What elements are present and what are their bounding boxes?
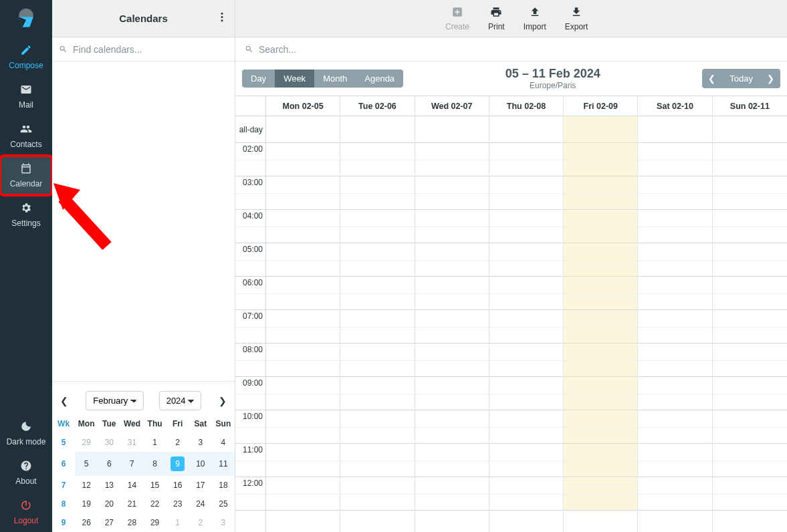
hour-cell[interactable] (266, 176, 340, 210)
hour-cell[interactable] (638, 444, 711, 477)
mini-day[interactable]: 13 (98, 476, 120, 495)
mini-week-num[interactable]: 6 (52, 452, 75, 476)
hour-cell[interactable] (638, 410, 711, 444)
mini-day[interactable]: 1 (144, 433, 166, 452)
hour-cell[interactable] (266, 243, 340, 277)
nav-darkmode[interactable]: Dark mode (0, 414, 52, 453)
mini-day[interactable]: 31 (120, 433, 143, 452)
hour-cell[interactable] (489, 176, 563, 210)
mini-day[interactable]: 15 (144, 476, 166, 495)
day-header[interactable]: Wed 02-07 (415, 96, 489, 116)
hour-cell[interactable] (638, 344, 711, 377)
hour-cell[interactable] (489, 143, 563, 176)
hour-cell[interactable] (266, 477, 340, 511)
mini-day[interactable]: 4 (212, 433, 235, 452)
print-button[interactable]: Print (488, 6, 505, 31)
hour-cell[interactable] (713, 243, 787, 277)
day-header[interactable]: Tue 02-06 (340, 96, 414, 116)
hour-cell[interactable] (564, 310, 637, 344)
nav-contacts[interactable]: Contacts (0, 116, 52, 156)
mini-day[interactable]: 29 (75, 433, 98, 452)
hour-cell[interactable] (415, 176, 489, 210)
hour-cell[interactable] (340, 477, 414, 511)
hour-cell[interactable] (489, 210, 563, 243)
mini-week-num[interactable]: 7 (52, 476, 75, 495)
hour-cell[interactable] (340, 410, 414, 444)
hour-cell[interactable] (713, 410, 787, 444)
hour-cell[interactable] (713, 310, 787, 344)
allday-cell[interactable] (266, 116, 340, 143)
hour-cell[interactable] (340, 143, 414, 176)
mini-week-num[interactable]: 9 (52, 513, 75, 532)
hour-cell[interactable] (489, 277, 563, 310)
hour-cell[interactable] (266, 344, 340, 377)
hour-cell[interactable] (564, 210, 637, 243)
hour-cell[interactable] (266, 377, 340, 410)
day-header[interactable]: Thu 02-08 (489, 96, 563, 116)
nav-compose[interactable]: Compose (0, 37, 52, 77)
hour-cell[interactable] (415, 277, 489, 310)
mini-day[interactable]: 7 (120, 452, 143, 476)
allday-cell[interactable] (415, 116, 489, 143)
hour-cell[interactable] (638, 143, 711, 176)
find-calendars-input[interactable] (73, 44, 228, 55)
mini-day[interactable]: 11 (212, 452, 235, 476)
mini-day[interactable]: 2 (166, 433, 189, 452)
hour-cell[interactable] (340, 243, 414, 277)
hour-cell[interactable] (415, 444, 489, 477)
day-header[interactable]: Mon 02-05 (266, 96, 340, 116)
hour-cell[interactable] (638, 477, 711, 511)
nav-logout[interactable]: Logout (0, 493, 52, 532)
mini-prev[interactable]: ❮ (58, 396, 71, 406)
hour-cell[interactable] (638, 310, 711, 344)
nav-about[interactable]: About (0, 453, 52, 493)
hour-cell[interactable] (415, 377, 489, 410)
mini-day[interactable]: 30 (98, 433, 120, 452)
hour-cell[interactable] (638, 377, 711, 410)
hour-cell[interactable] (266, 410, 340, 444)
hour-cell[interactable] (564, 344, 637, 377)
hour-cell[interactable] (266, 143, 340, 176)
hour-cell[interactable] (415, 210, 489, 243)
prev-button[interactable]: ❮ (702, 69, 721, 88)
hour-cell[interactable] (564, 243, 637, 277)
mini-day[interactable]: 19 (75, 495, 98, 513)
hour-cell[interactable] (713, 377, 787, 410)
mini-day[interactable]: 16 (166, 476, 189, 495)
today-button[interactable]: Today (721, 69, 761, 88)
mini-week-num[interactable]: 5 (52, 433, 75, 452)
tab-day[interactable]: Day (242, 70, 275, 88)
hour-cell[interactable] (340, 377, 414, 410)
allday-cell[interactable] (489, 116, 563, 143)
hour-cell[interactable] (415, 143, 489, 176)
hour-cell[interactable] (564, 277, 637, 310)
hour-cell[interactable] (564, 410, 637, 444)
import-button[interactable]: Import (524, 6, 546, 31)
hour-cell[interactable] (564, 176, 637, 210)
hour-cell[interactable] (489, 477, 563, 511)
nav-mail[interactable]: Mail (0, 77, 52, 116)
mini-day[interactable]: 8 (144, 452, 166, 476)
hour-cell[interactable] (415, 410, 489, 444)
hour-cell[interactable] (266, 310, 340, 344)
sidebar-menu-button[interactable] (216, 11, 228, 26)
hour-cell[interactable] (713, 176, 787, 210)
hour-cell[interactable] (266, 277, 340, 310)
hour-cell[interactable] (489, 444, 563, 477)
hour-cell[interactable] (266, 444, 340, 477)
hour-cell[interactable] (564, 444, 637, 477)
hour-cell[interactable] (489, 344, 563, 377)
hour-cell[interactable] (415, 477, 489, 511)
mini-day[interactable]: 3 (189, 433, 212, 452)
mini-day[interactable]: 23 (166, 495, 189, 513)
hour-cell[interactable] (340, 176, 414, 210)
hour-cell[interactable] (340, 277, 414, 310)
hour-cell[interactable] (638, 277, 711, 310)
hour-cell[interactable] (638, 210, 711, 243)
mini-day[interactable]: 2 (189, 513, 212, 532)
mini-day[interactable]: 25 (212, 495, 235, 513)
hour-cell[interactable] (564, 477, 637, 511)
hour-cell[interactable] (713, 277, 787, 310)
tab-week[interactable]: Week (275, 70, 314, 88)
tab-month[interactable]: Month (314, 70, 356, 88)
